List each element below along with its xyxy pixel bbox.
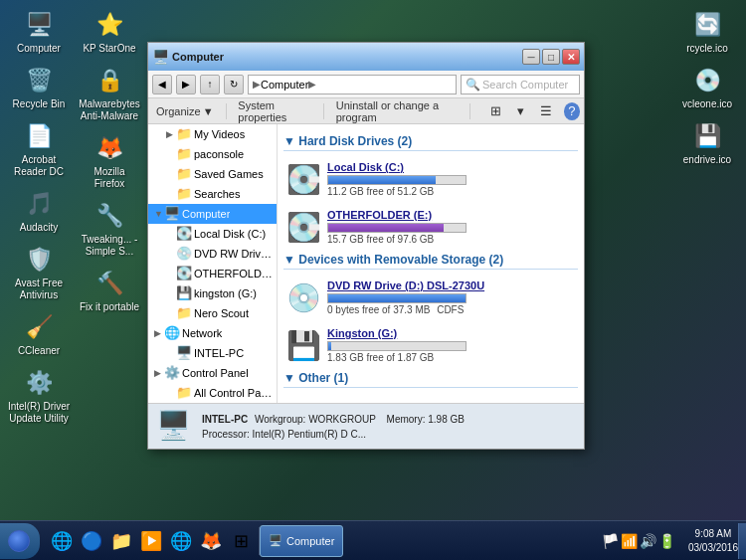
ql-folder[interactable]: 📁	[107, 527, 135, 555]
sidebar-item-3[interactable]: 📁 Searches	[148, 184, 277, 204]
desktop-icon-ccleaner[interactable]: 🧹 CCleaner	[5, 307, 73, 361]
close-button[interactable]: ✕	[562, 49, 580, 65]
kingston-info: Kingston (G:) 1.83 GB free of 1.87 GB	[327, 327, 576, 363]
desktop-icon-acrobat[interactable]: 📄 Acrobat Reader DC	[5, 116, 73, 182]
tray-volume-icon[interactable]: 🔊	[640, 532, 657, 550]
sidebar-item-9[interactable]: 📁 Nero Scout	[148, 303, 277, 323]
clock-area[interactable]: 9:08 AM 03/03/2016	[680, 527, 746, 555]
tray-network-icon[interactable]: 📶	[621, 532, 639, 550]
details-button[interactable]: ☰	[536, 101, 556, 120]
sidebar: ▶ 📁 My Videos 📁 paconsole 📁 Saved Games …	[148, 124, 278, 403]
rcycle-ico-icon[interactable]: 🔄 rcycle.ico	[673, 5, 741, 59]
section-expand-removable[interactable]: ▼	[283, 253, 298, 267]
title-buttons: ─ □ ✕	[522, 49, 580, 65]
refresh-button[interactable]: ↻	[224, 75, 244, 94]
kingston-fill	[328, 342, 331, 350]
tweaking-label: Tweaking... - Simple S...	[78, 234, 141, 258]
endrive-ico-icon[interactable]: 💾 endrive.ico	[673, 116, 741, 170]
desktop-icon-audacity[interactable]: 🎵 Audacity	[5, 184, 73, 238]
sidebar-item-0[interactable]: ▶ 📁 My Videos	[148, 124, 277, 144]
uninstall-button[interactable]: Uninstall or change a program	[332, 97, 462, 125]
sidebar-item-13[interactable]: 📁 All Control Pan...	[148, 383, 277, 403]
desktop-icon-recycle-bin[interactable]: 🗑️ Recycle Bin	[5, 61, 73, 114]
sidebar-item-1[interactable]: 📁 paconsole	[148, 144, 277, 164]
desktop-icon-mozilla-firefox[interactable]: 🦊 Mozilla Firefox	[76, 128, 143, 194]
section-expand-other[interactable]: ▼	[283, 371, 298, 385]
sidebar-item-6[interactable]: 💿 DVD RW Drive...	[148, 244, 277, 264]
audacity-icon: 🎵	[23, 188, 55, 220]
desktop-icon-fix-it[interactable]: 🔨 Fix it portable	[76, 264, 143, 317]
dvd-drive-item[interactable]: 💿 DVD RW Drive (D:) DSL-2730U 0 bytes fr…	[283, 276, 578, 319]
desktop-icon-intel-driver[interactable]: ⚙️ Intel(R) Driver Update Utility	[5, 363, 73, 429]
vcleone-ico-icon[interactable]: 💿 vcleone.ico	[673, 61, 741, 114]
taskbar-explorer-item[interactable]: 🖥️ Computer	[260, 525, 343, 557]
sidebar-item-12[interactable]: ▶ ⚙️ Control Panel	[148, 363, 277, 383]
avast-icon: 🛡️	[23, 244, 55, 276]
up-button[interactable]: ↑	[200, 75, 220, 94]
sidebar-item-10[interactable]: ▶ 🌐 Network	[148, 323, 277, 343]
explorer-window: 🖥️ Computer ─ □ ✕ ◀ ▶ ↑ ↻ ▶ Computer ▶ 🔍…	[147, 42, 585, 450]
desktop-icon-computer[interactable]: 🖥️ Computer	[5, 5, 73, 59]
kingston-item[interactable]: 💾 Kingston (G:) 1.83 GB free of 1.87 GB	[283, 323, 578, 367]
status-info: INTEL-PC Workgroup: WORKGROUP Memory: 1.…	[202, 412, 465, 442]
tray-flag-icon[interactable]: 🏳️	[602, 532, 620, 550]
ql-chrome[interactable]: 🌐	[48, 527, 76, 555]
nero-scout-item[interactable]: 📁 Nero Scout System Folder	[283, 394, 578, 403]
help-button[interactable]: ?	[564, 102, 580, 120]
search-box[interactable]: 🔍 Search Computer	[461, 75, 580, 94]
tree-icon-4: 🖥️	[164, 206, 180, 222]
desktop-icon-tweaking[interactable]: 🔧 Tweaking... - Simple S...	[76, 196, 143, 262]
view-button[interactable]: ⊞	[486, 101, 505, 120]
system-properties-button[interactable]: System properties	[234, 97, 315, 125]
tree-expand-0: ▶	[166, 129, 176, 139]
otherfolder-fill	[328, 224, 444, 232]
forward-button[interactable]: ▶	[176, 75, 196, 94]
kp-starone-icon: ⭐	[93, 9, 125, 41]
tree-icon-8: 💾	[176, 285, 192, 301]
local-disk-c-item[interactable]: 💽 Local Disk (C:) 11.2 GB free of 51.2 G…	[283, 157, 578, 201]
minimize-button[interactable]: ─	[522, 49, 540, 65]
sidebar-item-4[interactable]: ▼ 🖥️ Computer	[148, 204, 277, 224]
section-expand-hdd[interactable]: ▼	[283, 134, 298, 148]
otherfolder-e-item[interactable]: 💽 OTHERFOLDER (E:) 15.7 GB free of 97.6 …	[283, 205, 578, 249]
status-bar: 🖥️ INTEL-PC Workgroup: WORKGROUP Memory:…	[148, 403, 584, 449]
local-disk-info: Local Disk (C:) 11.2 GB free of 51.2 GB	[327, 161, 576, 197]
local-disk-fill	[328, 176, 436, 184]
toolbar-separator	[226, 103, 227, 119]
desktop-icon-avast[interactable]: 🛡️ Avast Free Antivirus	[5, 240, 73, 305]
ql-media[interactable]: ▶️	[137, 527, 165, 555]
sidebar-item-5[interactable]: 💽 Local Disk (C:)	[148, 224, 277, 244]
malwarebytes-label: Malwarebytes Anti-Malware	[78, 98, 141, 122]
back-button[interactable]: ◀	[152, 75, 172, 94]
maximize-button[interactable]: □	[542, 49, 560, 65]
malwarebytes-icon: 🔒	[93, 65, 125, 96]
address-box[interactable]: ▶ Computer ▶	[248, 75, 457, 94]
start-button[interactable]	[0, 523, 40, 559]
chevron-down-icon: ▼	[203, 105, 214, 117]
start-orb-icon	[8, 530, 30, 552]
desktop-icon-kp-starone[interactable]: ⭐ KP StarOne	[76, 5, 143, 59]
sidebar-item-7[interactable]: 💽 OTHERFOLDER...	[148, 264, 277, 283]
organize-button[interactable]: Organize ▼	[152, 103, 218, 119]
status-computer-name: INTEL-PC Workgroup: WORKGROUP Memory: 1.…	[202, 412, 465, 427]
ql-win8[interactable]: ⊞	[227, 527, 255, 555]
show-desktop-button[interactable]	[738, 523, 746, 559]
view-toggle-button[interactable]: ▾	[513, 101, 528, 120]
fix-it-label: Fix it portable	[80, 301, 139, 313]
content-area: ▶ 📁 My Videos 📁 paconsole 📁 Saved Games …	[148, 124, 584, 403]
recycle-bin-label: Recycle Bin	[13, 98, 66, 110]
tree-label-6: DVD RW Drive...	[194, 248, 275, 260]
title-bar: 🖥️ Computer ─ □ ✕	[148, 43, 584, 71]
desktop-icon-malwarebytes[interactable]: 🔒 Malwarebytes Anti-Malware	[76, 61, 143, 126]
sidebar-item-11[interactable]: 🖥️ INTEL-PC	[148, 343, 277, 363]
removable-section-header: ▼ Devices with Removable Storage (2)	[283, 253, 578, 270]
tray-battery-icon[interactable]: 🔋	[658, 532, 676, 550]
ql-network[interactable]: 🌐	[167, 527, 195, 555]
sidebar-item-8[interactable]: 💾 kingston (G:)	[148, 283, 277, 303]
ql-firefox[interactable]: 🦊	[197, 527, 225, 555]
ql-ie[interactable]: 🔵	[78, 527, 105, 555]
otherfolder-icon: 💽	[285, 209, 321, 245]
sidebar-item-2[interactable]: 📁 Saved Games	[148, 164, 277, 184]
tree-label-5: Local Disk (C:)	[194, 228, 266, 240]
tree-label-4: Computer	[182, 208, 230, 220]
